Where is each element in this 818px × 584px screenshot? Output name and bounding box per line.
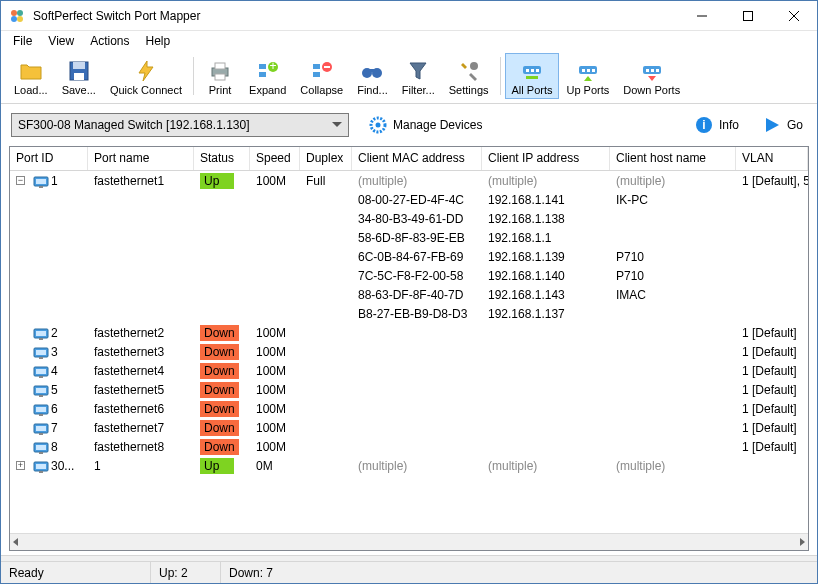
port-icon [33, 385, 47, 395]
table-row[interactable]: 7fastethernet7Down100M1 [Default] [10, 418, 808, 437]
svg-rect-12 [215, 63, 225, 69]
table-row[interactable]: 6fastethernet6Down100M1 [Default] [10, 399, 808, 418]
all-ports-button[interactable]: All Ports [505, 53, 560, 99]
down-ports-button[interactable]: Down Ports [616, 53, 687, 99]
load-button[interactable]: Load... [7, 53, 55, 99]
table-row[interactable]: 6C-0B-84-67-FB-69192.168.1.139P710 [10, 247, 808, 266]
menu-file[interactable]: File [5, 32, 40, 50]
title-bar: SoftPerfect Switch Port Mapper [1, 1, 817, 31]
svg-text:i: i [702, 118, 705, 132]
table-row[interactable]: 7C-5C-F8-F2-00-58192.168.1.140P710 [10, 266, 808, 285]
table-row[interactable]: 2fastethernet2Down100M1 [Default] [10, 323, 808, 342]
up-ports-icon [576, 59, 600, 83]
folder-icon [19, 59, 43, 83]
status-badge: Down [200, 344, 239, 360]
svg-rect-66 [39, 452, 43, 454]
grid-body[interactable]: −1fastethernet1Up100MFull(multiple)(mult… [10, 171, 808, 533]
up-ports-button[interactable]: Up Ports [559, 53, 616, 99]
device-select[interactable]: SF300-08 Managed Switch [192.168.1.130] [11, 113, 349, 137]
maximize-button[interactable] [725, 1, 771, 31]
save-button[interactable]: Save... [55, 53, 103, 99]
svg-rect-45 [39, 186, 43, 188]
window-title: SoftPerfect Switch Port Mapper [33, 9, 679, 23]
table-row[interactable]: 5fastethernet5Down100M1 [Default] [10, 380, 808, 399]
close-button[interactable] [771, 1, 817, 31]
status-bar: Ready Up: 2 Down: 7 [1, 561, 817, 583]
go-button[interactable]: Go [759, 113, 807, 137]
filter-button[interactable]: Filter... [395, 53, 442, 99]
menu-actions[interactable]: Actions [82, 32, 137, 50]
col-port[interactable]: Port ID [10, 147, 88, 170]
svg-rect-5 [744, 11, 753, 20]
down-ports-icon [640, 59, 664, 83]
minimize-button[interactable] [679, 1, 725, 31]
svg-rect-57 [39, 395, 43, 397]
svg-rect-33 [587, 69, 590, 72]
menu-help[interactable]: Help [138, 32, 179, 50]
status-badge: Up [200, 458, 234, 474]
port-icon [33, 442, 47, 452]
status-up: Up: 2 [151, 562, 221, 583]
svg-rect-59 [36, 407, 46, 412]
status-badge: Down [200, 420, 239, 436]
svg-rect-15 [259, 72, 266, 77]
svg-rect-69 [39, 471, 43, 473]
scroll-left-icon[interactable] [12, 538, 20, 546]
col-mac[interactable]: Client MAC address [352, 147, 482, 170]
svg-rect-63 [39, 433, 43, 435]
svg-rect-9 [73, 62, 85, 69]
lightning-icon [134, 59, 158, 83]
svg-rect-29 [536, 69, 539, 72]
svg-rect-54 [39, 376, 43, 378]
col-status[interactable]: Status [194, 147, 250, 170]
table-row[interactable]: 3fastethernet3Down100M1 [Default] [10, 342, 808, 361]
grid-header: Port ID Port name Status Speed Duplex Cl… [10, 147, 808, 171]
col-speed[interactable]: Speed [250, 147, 300, 170]
table-row[interactable]: 08-00-27-ED-4F-4C192.168.1.141IK-PC [10, 190, 808, 209]
svg-rect-19 [313, 72, 320, 77]
col-ip[interactable]: Client IP address [482, 147, 610, 170]
svg-rect-38 [656, 69, 659, 72]
tree-expander[interactable]: − [16, 176, 25, 185]
printer-icon [208, 59, 232, 83]
collapse-button[interactable]: Collapse [293, 53, 350, 99]
table-row[interactable]: −1fastethernet1Up100MFull(multiple)(mult… [10, 171, 808, 190]
svg-point-0 [11, 10, 17, 16]
app-icon [9, 8, 25, 24]
svg-rect-50 [36, 350, 46, 355]
quick-connect-button[interactable]: Quick Connect [103, 53, 189, 99]
expand-button[interactable]: + Expand [242, 53, 293, 99]
col-vlan[interactable]: VLAN [736, 147, 808, 170]
manage-devices-button[interactable]: Manage Devices [365, 113, 486, 137]
svg-point-3 [17, 16, 23, 22]
table-row[interactable]: 8fastethernet8Down100M1 [Default] [10, 437, 808, 456]
port-icon [33, 176, 47, 186]
sub-toolbar: SF300-08 Managed Switch [192.168.1.130] … [1, 104, 817, 146]
table-row[interactable]: 58-6D-8F-83-9E-EB192.168.1.1 [10, 228, 808, 247]
status-badge: Down [200, 382, 239, 398]
col-duplex[interactable]: Duplex [300, 147, 352, 170]
device-select-value: SF300-08 Managed Switch [192.168.1.130] [18, 118, 250, 132]
svg-rect-32 [582, 69, 585, 72]
col-name[interactable]: Port name [88, 147, 194, 170]
info-button[interactable]: i Info [691, 113, 743, 137]
table-row[interactable]: B8-27-EB-B9-D8-D3192.168.1.137 [10, 304, 808, 323]
status-ready: Ready [1, 562, 151, 583]
svg-rect-48 [39, 338, 43, 340]
horizontal-scrollbar[interactable] [10, 533, 808, 550]
table-row[interactable]: 88-63-DF-8F-40-7D192.168.1.143IMAC [10, 285, 808, 304]
find-button[interactable]: Find... [350, 53, 395, 99]
svg-rect-37 [651, 69, 654, 72]
svg-rect-47 [36, 331, 46, 336]
table-row[interactable]: 34-80-B3-49-61-DD192.168.1.138 [10, 209, 808, 228]
table-row[interactable]: +30...1Up0M(multiple)(multiple)(multiple… [10, 456, 808, 475]
settings-button[interactable]: Settings [442, 53, 496, 99]
svg-rect-36 [646, 69, 649, 72]
scroll-right-icon[interactable] [798, 538, 806, 546]
menu-view[interactable]: View [40, 32, 82, 50]
tree-expander[interactable]: + [16, 461, 25, 470]
col-host[interactable]: Client host name [610, 147, 736, 170]
svg-rect-34 [592, 69, 595, 72]
table-row[interactable]: 4fastethernet4Down100M1 [Default] [10, 361, 808, 380]
print-button[interactable]: Print [198, 53, 242, 99]
